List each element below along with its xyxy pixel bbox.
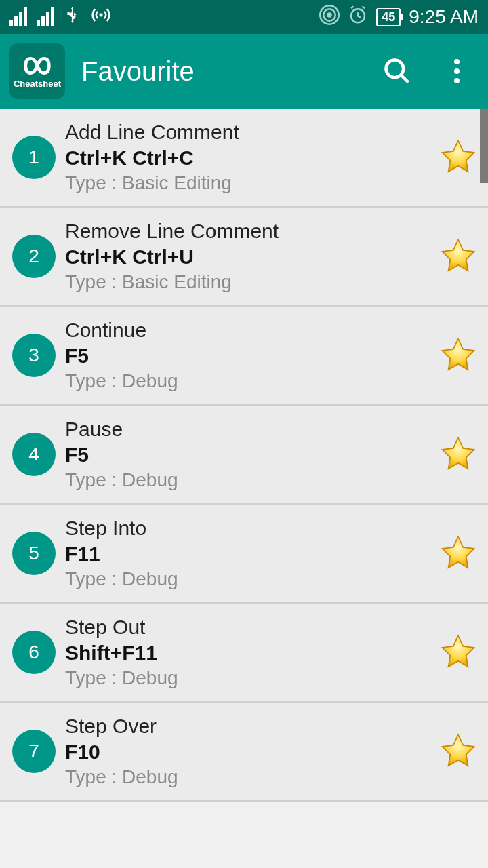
item-number-badge: 6 bbox=[12, 631, 56, 674]
svg-point-0 bbox=[100, 13, 103, 16]
favourite-star-button[interactable] bbox=[439, 138, 477, 176]
shortcut-list[interactable]: 1 Add Line Comment Ctrl+K Ctrl+C Type : … bbox=[0, 108, 488, 802]
item-shortcut: Shift+F11 bbox=[65, 642, 430, 665]
item-title: Step Out bbox=[65, 616, 430, 639]
item-number-badge: 1 bbox=[12, 136, 56, 179]
battery-icon: 45 bbox=[376, 8, 401, 26]
item-title: Step Into bbox=[65, 517, 430, 540]
status-bar: 45 9:25 AM bbox=[0, 0, 488, 34]
favourite-star-button[interactable] bbox=[439, 633, 477, 671]
item-title: Remove Line Comment bbox=[65, 220, 430, 243]
status-time: 9:25 AM bbox=[409, 6, 479, 28]
list-item[interactable]: 2 Remove Line Comment Ctrl+K Ctrl+U Type… bbox=[0, 208, 488, 307]
list-item[interactable]: 5 Step Into F11 Type : Debug bbox=[0, 505, 488, 604]
list-item[interactable]: 1 Add Line Comment Ctrl+K Ctrl+C Type : … bbox=[0, 108, 488, 208]
favourite-star-button[interactable] bbox=[439, 435, 477, 473]
item-content: Step Over F10 Type : Debug bbox=[65, 715, 430, 788]
status-right: 45 9:25 AM bbox=[319, 5, 479, 30]
item-content: Remove Line Comment Ctrl+K Ctrl+U Type :… bbox=[65, 220, 430, 293]
item-number-badge: 7 bbox=[12, 730, 56, 773]
overflow-menu-button[interactable] bbox=[435, 50, 479, 93]
svg-point-1 bbox=[327, 12, 332, 18]
search-button[interactable] bbox=[375, 50, 419, 93]
item-type: Type : Basic Editing bbox=[65, 271, 430, 293]
item-content: Step Out Shift+F11 Type : Debug bbox=[65, 616, 430, 689]
favourite-star-button[interactable] bbox=[439, 534, 477, 572]
list-item[interactable]: 7 Step Over F10 Type : Debug bbox=[0, 703, 488, 802]
item-shortcut: F5 bbox=[65, 443, 430, 467]
item-type: Type : Basic Editing bbox=[65, 172, 430, 194]
item-content: Continue F5 Type : Debug bbox=[65, 319, 430, 392]
item-content: Step Into F11 Type : Debug bbox=[65, 517, 430, 590]
item-title: Step Over bbox=[65, 715, 430, 738]
app-bar: Cheatsheet Favourite bbox=[0, 34, 488, 108]
search-icon bbox=[382, 56, 412, 86]
item-content: Pause F5 Type : Debug bbox=[65, 418, 430, 491]
item-shortcut: F11 bbox=[65, 542, 430, 566]
item-number-badge: 3 bbox=[12, 334, 56, 377]
status-left bbox=[9, 5, 111, 30]
usb-icon bbox=[64, 6, 81, 28]
item-shortcut: Ctrl+K Ctrl+U bbox=[65, 245, 430, 269]
scrollbar[interactable] bbox=[480, 108, 488, 183]
item-number-badge: 4 bbox=[12, 433, 56, 476]
item-title: Add Line Comment bbox=[65, 121, 430, 144]
broadcast-icon bbox=[319, 5, 340, 30]
list-item[interactable]: 4 Pause F5 Type : Debug bbox=[0, 406, 488, 505]
app-icon-label: Cheatsheet bbox=[14, 79, 61, 89]
item-type: Type : Debug bbox=[65, 667, 430, 689]
list-item[interactable]: 3 Continue F5 Type : Debug bbox=[0, 307, 488, 406]
item-title: Continue bbox=[65, 319, 430, 342]
more-vert-icon bbox=[454, 59, 460, 83]
favourite-star-button[interactable] bbox=[439, 237, 477, 275]
hotspot-icon bbox=[91, 5, 111, 30]
favourite-star-button[interactable] bbox=[439, 732, 477, 770]
item-type: Type : Debug bbox=[65, 469, 430, 491]
item-number-badge: 2 bbox=[12, 235, 56, 278]
item-shortcut: Ctrl+K Ctrl+C bbox=[65, 146, 430, 170]
item-shortcut: F10 bbox=[65, 741, 430, 764]
app-icon[interactable]: Cheatsheet bbox=[9, 43, 65, 99]
item-number-badge: 5 bbox=[12, 532, 56, 575]
signal-icon bbox=[9, 7, 27, 26]
item-type: Type : Debug bbox=[65, 370, 430, 392]
item-title: Pause bbox=[65, 418, 430, 441]
list-item[interactable]: 6 Step Out Shift+F11 Type : Debug bbox=[0, 604, 488, 703]
page-title: Favourite bbox=[81, 56, 359, 87]
item-type: Type : Debug bbox=[65, 766, 430, 788]
infinity-icon bbox=[22, 54, 53, 77]
signal-icon-2 bbox=[37, 7, 54, 26]
svg-point-5 bbox=[386, 60, 404, 78]
item-content: Add Line Comment Ctrl+K Ctrl+C Type : Ba… bbox=[65, 121, 430, 194]
item-shortcut: F5 bbox=[65, 344, 430, 368]
favourite-star-button[interactable] bbox=[439, 336, 477, 374]
item-type: Type : Debug bbox=[65, 568, 430, 590]
alarm-icon bbox=[348, 5, 368, 30]
